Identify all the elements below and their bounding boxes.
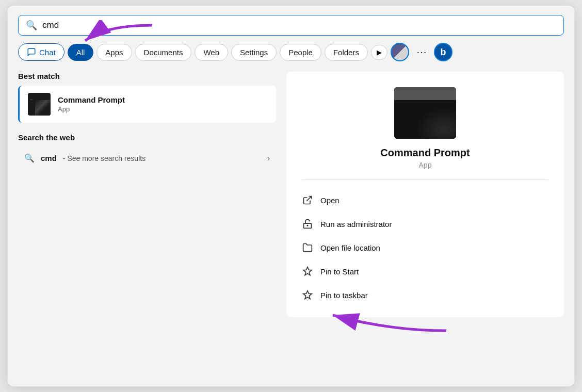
more-tabs-button[interactable]: ▶ bbox=[371, 45, 387, 60]
chat-icon bbox=[27, 47, 36, 57]
svg-point-7 bbox=[307, 225, 308, 226]
svg-text:C:\Windows\System32: C:\Windows\System32 bbox=[396, 91, 449, 96]
tab-folders[interactable]: Folders bbox=[325, 44, 368, 61]
app-preview: C:\Windows\System32 Command Prompt App bbox=[302, 87, 548, 180]
match-info: Command Prompt App bbox=[58, 95, 125, 113]
search-input[interactable] bbox=[42, 20, 556, 30]
action-open-file-location-label: Open file location bbox=[320, 243, 380, 252]
web-search-item[interactable]: 🔍 cmd - See more search results › bbox=[18, 148, 276, 168]
tab-chat-label: Chat bbox=[39, 48, 56, 57]
svg-marker-8 bbox=[303, 267, 312, 275]
tab-apps[interactable]: Apps bbox=[96, 44, 132, 61]
svg-rect-2 bbox=[394, 87, 456, 99]
action-run-as-admin-label: Run as administrator bbox=[320, 220, 392, 228]
pin-to-taskbar-icon bbox=[302, 289, 313, 301]
tab-apps-label: Apps bbox=[105, 48, 123, 57]
main-content: Best match _ Command Prompt App Search t… bbox=[18, 72, 564, 317]
web-hint: - See more search results bbox=[63, 154, 146, 162]
pin-to-start-icon bbox=[302, 266, 313, 277]
tab-all-label: All bbox=[76, 48, 85, 57]
tab-settings[interactable]: Settings bbox=[231, 44, 277, 61]
tab-all[interactable]: All bbox=[68, 44, 94, 61]
tab-people-label: People bbox=[288, 48, 313, 57]
web-search-title: Search the web bbox=[18, 133, 276, 142]
filter-tabs: Chat All Apps Documents Web Settings Peo… bbox=[18, 43, 564, 61]
run-as-admin-icon bbox=[302, 218, 313, 230]
best-match-item[interactable]: _ Command Prompt App bbox=[18, 86, 276, 123]
tab-documents[interactable]: Documents bbox=[135, 44, 192, 61]
tab-settings-label: Settings bbox=[240, 48, 268, 57]
action-open[interactable]: Open bbox=[302, 188, 548, 212]
tab-web[interactable]: Web bbox=[195, 44, 228, 61]
search-web-icon: 🔍 bbox=[24, 153, 35, 163]
options-button[interactable]: ⋯ bbox=[412, 44, 431, 60]
action-open-label: Open bbox=[320, 196, 340, 205]
action-pin-to-taskbar[interactable]: Pin to taskbar bbox=[302, 283, 548, 307]
search-bar[interactable]: 🔍 bbox=[18, 15, 564, 36]
svg-point-4 bbox=[425, 113, 451, 132]
tab-folders-label: Folders bbox=[333, 48, 359, 57]
chevron-right-icon: › bbox=[267, 154, 270, 163]
right-app-type: App bbox=[419, 161, 432, 169]
best-match-title: Best match bbox=[18, 72, 276, 80]
tab-chat[interactable]: Chat bbox=[18, 43, 64, 61]
cmd-app-icon: _ bbox=[28, 93, 51, 116]
cmd-preview-icon: C:\Windows\System32 bbox=[394, 87, 456, 139]
action-pin-to-start[interactable]: Pin to Start bbox=[302, 259, 548, 283]
svg-marker-9 bbox=[303, 291, 312, 299]
svg-line-5 bbox=[306, 197, 311, 201]
tab-web-label: Web bbox=[203, 48, 219, 57]
action-run-as-admin[interactable]: Run as administrator bbox=[302, 212, 548, 236]
tab-documents-label: Documents bbox=[144, 48, 183, 57]
match-app-name: Command Prompt bbox=[58, 95, 125, 104]
search-icon: 🔍 bbox=[26, 20, 37, 31]
action-list: Open Run as administrator bbox=[302, 188, 548, 307]
action-pin-to-start-label: Pin to Start bbox=[320, 267, 359, 276]
action-pin-to-taskbar-label: Pin to taskbar bbox=[320, 291, 368, 300]
open-file-location-icon bbox=[302, 242, 313, 253]
web-query: cmd bbox=[41, 154, 57, 162]
web-search-section: Search the web 🔍 cmd - See more search r… bbox=[18, 133, 276, 168]
right-panel: C:\Windows\System32 Command Prompt App bbox=[286, 72, 564, 317]
right-app-name: Command Prompt bbox=[380, 147, 470, 159]
search-window: 🔍 Chat All Apps Documents Web Settings P… bbox=[7, 5, 575, 387]
match-app-type: App bbox=[58, 105, 70, 113]
left-panel: Best match _ Command Prompt App Search t… bbox=[18, 72, 276, 317]
action-open-file-location[interactable]: Open file location bbox=[302, 236, 548, 259]
open-icon bbox=[302, 194, 313, 206]
tab-people[interactable]: People bbox=[280, 44, 321, 61]
bing-icon[interactable]: b bbox=[434, 43, 452, 61]
svg-rect-1 bbox=[394, 87, 456, 139]
app-icon-large: C:\Windows\System32 bbox=[394, 87, 456, 139]
profile-avatar[interactable] bbox=[391, 43, 409, 61]
